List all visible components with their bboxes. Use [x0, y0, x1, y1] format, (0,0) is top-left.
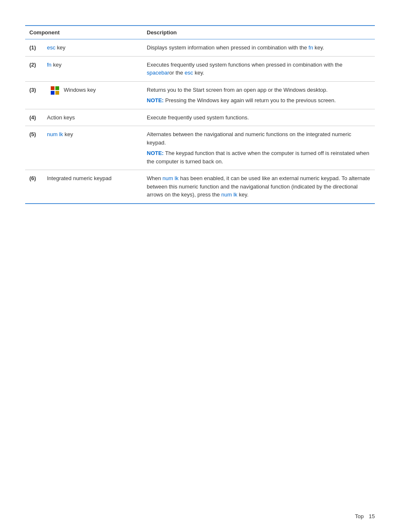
component-label: Windows key	[64, 86, 96, 94]
component-cell: (5)num lk key	[25, 126, 143, 170]
component-num: (1)	[29, 44, 43, 52]
description-cell: Executes frequently used system function…	[143, 56, 375, 81]
description-cell: When num lk has been enabled, it can be …	[143, 170, 375, 204]
description-link[interactable]: spacebar	[147, 70, 169, 76]
description-cell: Displays system information when pressed…	[143, 39, 375, 57]
component-link[interactable]: fn	[47, 62, 52, 68]
description-block: NOTE: The keypad function that is active…	[147, 149, 371, 165]
description-block: Execute frequently used system functions…	[147, 114, 371, 122]
description-link[interactable]: fn	[309, 44, 313, 51]
table-row: (4)Action keysExecute frequently used sy…	[25, 109, 375, 126]
header-component: Component	[25, 26, 143, 39]
description-cell: Returns you to the Start screen from an …	[143, 81, 375, 109]
description-cell: Execute frequently used system functions…	[143, 109, 375, 126]
component-table: Component Description (1)esc keyDisplays…	[25, 25, 375, 204]
component-cell: (2)fn key	[25, 56, 143, 81]
page-container: Component Description (1)esc keyDisplays…	[0, 0, 400, 238]
table-row: (6)Integrated numeric keypadWhen num lk …	[25, 170, 375, 204]
footer-page-num: 15	[369, 513, 375, 519]
component-label: Action keys	[47, 114, 75, 122]
svg-rect-3	[55, 91, 59, 95]
component-link[interactable]: num lk	[47, 131, 63, 137]
footer: Top 15	[355, 513, 375, 519]
note-label: NOTE:	[147, 97, 164, 103]
component-label: esc key	[47, 44, 65, 52]
component-num: (5)	[29, 130, 43, 139]
description-cell: Alternates between the navigational and …	[143, 126, 375, 170]
table-header-row: Component Description	[25, 26, 375, 39]
table-row: (5)num lk keyAlternates between the navi…	[25, 126, 375, 170]
component-label: num lk key	[47, 130, 73, 139]
description-block: Displays system information when pressed…	[147, 44, 371, 52]
note-label: NOTE:	[147, 150, 164, 156]
table-row: (1)esc keyDisplays system information wh…	[25, 39, 375, 57]
description-link[interactable]: num lk	[163, 175, 179, 181]
component-num: (6)	[29, 174, 43, 183]
component-link[interactable]: esc	[47, 44, 55, 51]
description-block: Alternates between the navigational and …	[147, 130, 371, 147]
table-row: (3) Windows keyReturns you to the Start …	[25, 81, 375, 109]
header-description: Description	[143, 26, 375, 39]
component-cell: (4)Action keys	[25, 109, 143, 126]
description-link[interactable]: num lk	[221, 191, 237, 198]
component-label: Integrated numeric keypad	[47, 174, 112, 183]
component-cell: (6)Integrated numeric keypad	[25, 170, 143, 204]
component-cell: (3) Windows key	[25, 81, 143, 109]
description-block: Executes frequently used system function…	[147, 61, 371, 77]
description-block: When num lk has been enabled, it can be …	[147, 174, 371, 199]
component-num: (4)	[29, 114, 43, 122]
footer-top-label: Top	[355, 513, 364, 519]
description-block: Returns you to the Start screen from an …	[147, 86, 371, 94]
component-num: (3)	[29, 86, 43, 94]
table-row: (2)fn keyExecutes frequently used system…	[25, 56, 375, 81]
description-block: NOTE: Pressing the Windows key again wil…	[147, 96, 371, 105]
svg-rect-2	[51, 91, 55, 95]
component-num: (2)	[29, 61, 43, 69]
component-cell: (1)esc key	[25, 39, 143, 57]
description-link[interactable]: esc	[184, 70, 193, 76]
svg-rect-1	[55, 86, 59, 90]
svg-rect-0	[51, 86, 55, 90]
component-label: fn key	[47, 61, 62, 69]
windows-key-icon	[50, 86, 60, 95]
